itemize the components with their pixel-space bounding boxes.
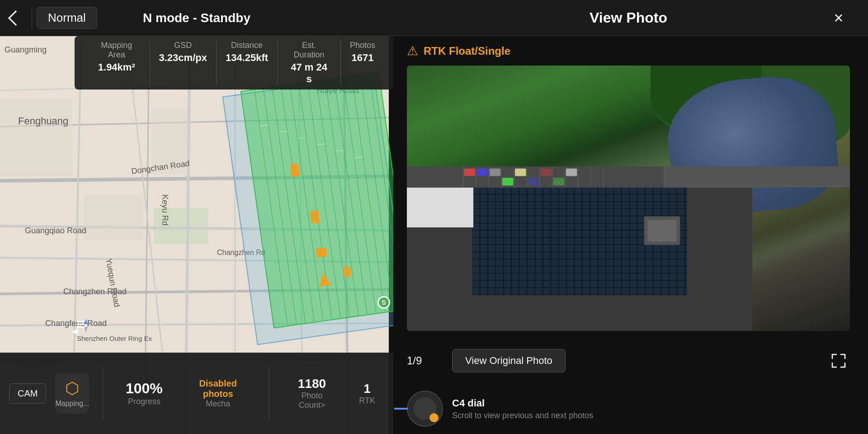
svg-line-24 [290,86,323,320]
mapping-area-label: Mapping Area [93,41,141,60]
photo-count-label: Photo Count> [292,391,332,410]
photos-value: 1671 [350,52,375,64]
svg-line-31 [352,77,385,311]
progress-percent: 100% [126,380,163,397]
status-divider [103,366,103,420]
duration-label: Est. Duration [287,41,331,60]
view-original-button[interactable]: View Original Photo [452,349,566,373]
c4-dial-hint: C4 dial Scroll to view previous and next… [389,383,868,434]
svg-rect-59 [528,178,538,185]
rtk-label: RTK [359,396,375,406]
rtk-col: 1 RTK [350,382,384,406]
svg-rect-17 [0,99,72,176]
photo-parking-area [407,166,664,188]
photo-count-value: 1180 [292,377,332,391]
svg-rect-55 [477,169,488,176]
photo-controls: 1/9 View Original Photo [389,338,868,383]
n-mode-label: N mode - Standby [143,11,250,25]
photos-stat: Photos 1671 [341,41,384,85]
svg-line-29 [334,80,367,314]
photo-header: View Photo × [389,0,868,36]
progress-label: Progress [126,397,163,406]
aerial-photo [407,66,850,331]
mode-label: Normal [37,7,97,29]
svg-rect-58 [515,169,526,176]
progress-col: 100% Progress [117,380,172,406]
svg-rect-35 [310,210,320,224]
svg-line-28 [326,81,359,315]
photos-label: Photos [350,41,375,50]
gsd-stat: GSD 3.23cm/px [150,41,217,85]
status-divider-2 [269,366,269,420]
photo-panel: View Photo × ⚠ RTK Float/Single [389,0,868,434]
c4-dial-icon [407,391,443,427]
bottom-status-bar: CAM ⬡ Mapping... 100% Progress Disabled … [0,353,393,434]
mapping-area-value: 1.94km² [93,61,141,73]
svg-rect-61 [553,178,564,185]
distance-stat: Distance 134.25kft [217,41,278,85]
c4-dial-inner [414,397,436,420]
svg-rect-34 [290,164,299,177]
svg-marker-37 [317,272,331,287]
svg-rect-62 [566,169,577,176]
stats-bar: Mapping Area 1.94km² GSD 3.23cm/px Dista… [75,36,393,90]
disabled-photos-col: Disabled photos Mecha [181,378,255,409]
map-panel: Normal N mode - Standby Mapping Area 1.9… [0,0,393,434]
photo-count-col: 1180 Photo Count> [283,377,341,410]
c4-text-block: C4 dial Scroll to view previous and next… [452,397,593,420]
location-marker-s: S [377,296,390,309]
distance-value: 134.25kft [226,52,268,64]
disabled-photos-text: Disabled photos [190,378,246,399]
map-label-keyu: Keyu Rd [160,194,170,226]
map-label-guangming: Guangming [5,45,47,55]
svg-rect-56 [490,169,500,176]
cam-button[interactable]: CAM [9,383,46,404]
map-label-guangqiao: Guangqiao Road [25,226,86,236]
warning-triangle-icon: ⚠ [407,43,418,58]
svg-rect-36 [315,247,327,258]
duration-value: 47 m 24 s [287,61,331,85]
parking-lines [407,166,664,188]
photo-title: View Photo [590,9,667,26]
nav-line [77,321,85,322]
svg-rect-57 [502,178,513,185]
svg-line-30 [343,78,376,312]
top-bar: Normal N mode - Standby [0,0,393,36]
c4-title: C4 dial [452,397,593,409]
svg-line-21 [264,90,297,324]
gsd-value: 3.23cm/px [159,52,207,64]
photo-white-building [407,188,473,227]
mapping-icon-label: Mapping... [55,400,89,408]
photo-image-container[interactable] [407,66,850,331]
c4-wire [394,408,408,410]
back-icon [8,10,24,26]
svg-rect-38 [343,267,351,278]
duration-stat: Est. Duration 47 m 24 s [278,41,341,85]
rtk-value: 1 [359,382,375,396]
mapping-symbol: ⬡ [65,379,79,398]
distance-label: Distance [226,41,268,50]
svg-rect-18 [84,194,142,240]
svg-rect-71 [648,220,676,241]
photo-counter: 1/9 [407,354,434,367]
mapping-area-stat: Mapping Area 1.94km² [84,41,150,85]
gsd-label: GSD [159,41,207,50]
svg-line-22 [272,88,305,322]
svg-rect-54 [464,169,475,176]
mapping-icon-button[interactable]: ⬡ Mapping... [55,373,89,414]
map-label-changzhen: Changzhen Road [63,287,127,297]
nav-line [77,324,85,325]
mecha-label: Mecha [190,399,246,409]
svg-rect-60 [540,169,551,176]
close-button[interactable]: × [827,7,850,29]
back-button[interactable] [0,0,27,36]
svg-line-23 [281,87,314,321]
expand-icon [831,354,846,368]
divider [32,7,32,29]
map-label-fenghuang: Fenghuang [18,115,68,127]
expand-button[interactable] [827,349,850,372]
left-arrow[interactable]: ◄ [70,326,80,337]
c4-subtitle: Scroll to view previous and next photos [452,411,593,420]
rtk-warning-text: RTK Float/Single [424,45,510,57]
c4-dial-accent [429,413,439,422]
